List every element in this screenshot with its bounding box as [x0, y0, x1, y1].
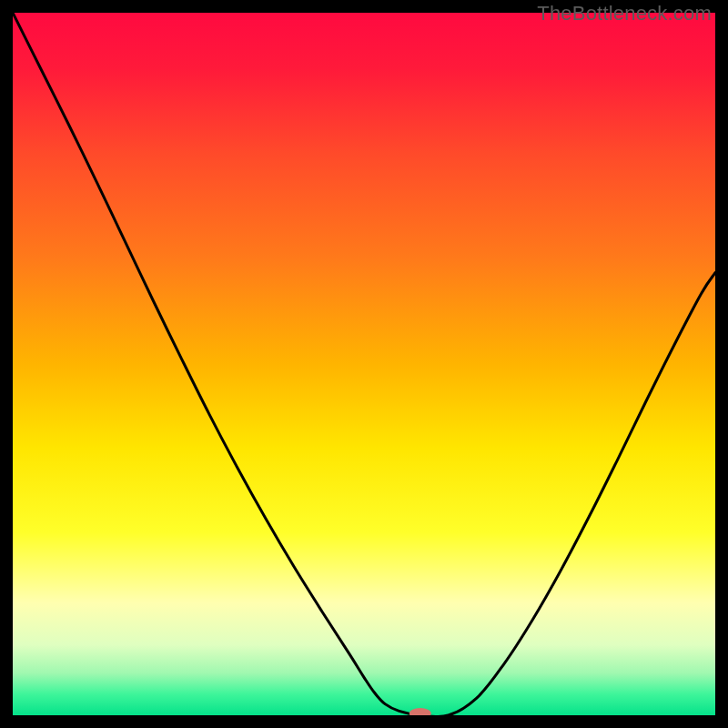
bottleneck-chart	[13, 13, 715, 715]
chart-frame	[13, 13, 715, 715]
gradient-background	[13, 13, 715, 715]
watermark-text: TheBottleneck.com	[537, 2, 712, 25]
